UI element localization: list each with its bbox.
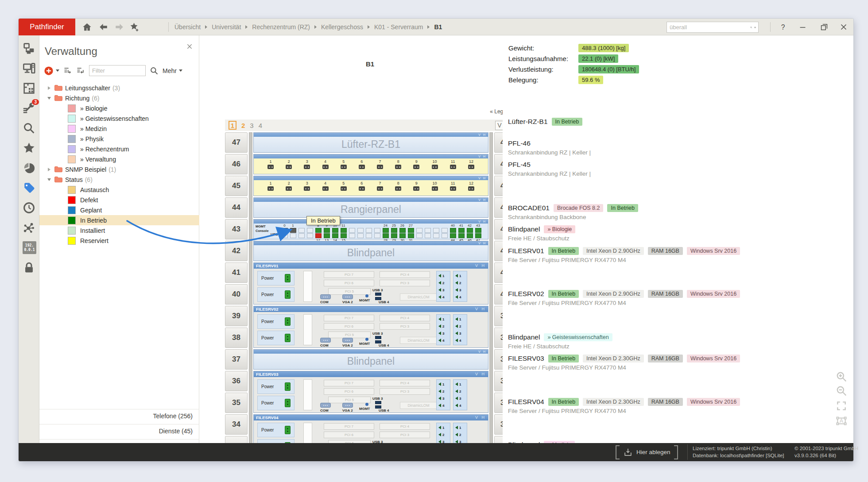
patch-port[interactable]: 4 — [322, 181, 329, 196]
switch-port[interactable] — [332, 233, 338, 238]
detail-item[interactable]: FILESRV01In BetriebIntel Xeon D 2.90GHzR… — [508, 247, 740, 263]
switch-port[interactable] — [315, 228, 322, 233]
help-button[interactable]: ? — [777, 22, 789, 32]
add-button[interactable] — [44, 66, 54, 76]
switch-port[interactable] — [408, 228, 414, 233]
tree-item[interactable]: Status(6) — [39, 174, 199, 185]
nic-port[interactable]: 2 — [455, 389, 465, 393]
patch-port[interactable]: 1 — [267, 159, 274, 174]
patch-port[interactable]: 9 — [413, 181, 420, 196]
patch-port[interactable]: 1 — [267, 181, 274, 196]
nic-port[interactable]: 1 — [438, 426, 448, 430]
switch-port[interactable] — [475, 233, 481, 238]
patch-port[interactable]: 10 — [431, 181, 438, 196]
rack-tab[interactable]: 4 — [259, 122, 262, 129]
patch-port[interactable]: 3 — [303, 159, 310, 174]
rack-tab[interactable]: 2 — [241, 122, 245, 129]
legend-link[interactable]: « Legende — [225, 108, 503, 115]
rail-ip-address-button[interactable]: 192.0.0.1 — [23, 241, 35, 254]
breadcrumb-item[interactable]: B1 — [434, 23, 442, 31]
nic-port[interactable]: 2 — [438, 389, 448, 393]
nic-port[interactable]: 2 — [438, 281, 448, 285]
nic-port[interactable]: 2 — [455, 281, 465, 285]
nic-port[interactable]: 3 — [455, 332, 465, 335]
tree-item[interactable]: » Biologie — [39, 103, 199, 113]
breadcrumb-item[interactable]: Kellergeschoss — [321, 23, 363, 31]
switch-port[interactable] — [458, 233, 465, 238]
home-button[interactable] — [82, 22, 92, 32]
nic-port[interactable]: 4 — [438, 404, 448, 408]
switch-port[interactable] — [341, 228, 347, 233]
switch-port[interactable] — [383, 228, 389, 233]
nic-port[interactable]: 3 — [455, 288, 465, 292]
nic-port[interactable]: 1 — [438, 317, 448, 321]
patch-port[interactable]: 5 — [340, 181, 347, 196]
filter-search-icon[interactable] — [150, 66, 159, 75]
tree-item[interactable]: » Physik — [39, 134, 199, 144]
switch-port[interactable] — [332, 228, 338, 233]
tree-item[interactable]: » Verwaltung — [39, 154, 199, 164]
patch-port[interactable]: 8 — [395, 181, 402, 196]
patch-port[interactable]: 10 — [431, 159, 438, 174]
switch-port[interactable] — [324, 228, 330, 233]
tree-item[interactable]: Geplant — [39, 205, 199, 215]
nic-port[interactable]: 4 — [455, 404, 465, 408]
switch-port[interactable] — [408, 233, 414, 238]
switch-port[interactable] — [383, 233, 389, 238]
more-button[interactable]: Mehr — [163, 67, 182, 74]
rail-search-button[interactable] — [23, 122, 35, 135]
switch-port[interactable] — [467, 233, 473, 238]
switch-port[interactable] — [290, 228, 296, 233]
rail-network-button[interactable] — [23, 221, 35, 234]
rack-panel-blindpanel[interactable]: V HBlindpanel — [253, 349, 488, 370]
detail-item[interactable]: Blindpanel» BiologieFreie HE / Staubschu… — [508, 225, 575, 242]
rack-panel-filesrv04[interactable]: FILESRV04V HPowerPowerPCI 7PCI 6PCI 5PCI… — [253, 414, 488, 443]
nic-port[interactable]: 4 — [438, 295, 448, 299]
detail-item[interactable]: PFL-45Schrankanbindung RZ | Keller | — [508, 161, 591, 177]
tree-item[interactable]: Installiert — [39, 225, 199, 235]
rack-panel-filesrv03[interactable]: FILESRV03V HPowerPowerPCI 7PCI 6PCI 5PCI… — [253, 371, 488, 413]
rack-panel-pfl[interactable]: V H123456789101112 — [253, 154, 488, 174]
back-button[interactable] — [98, 22, 108, 32]
fit-view-button[interactable] — [836, 400, 847, 412]
rail-clock-button[interactable] — [23, 201, 35, 214]
minimize-button[interactable] — [797, 22, 809, 32]
breadcrumb-item[interactable]: Rechenzentrum (RZ) — [252, 23, 310, 31]
nic-port[interactable]: 3 — [438, 397, 448, 401]
add-dropdown-caret[interactable] — [56, 69, 59, 72]
switch-port[interactable] — [450, 233, 456, 238]
breadcrumb-item[interactable]: Universität — [212, 23, 241, 31]
expand-levels-icon[interactable] — [63, 66, 72, 75]
detail-item[interactable]: BROCADE01Brocade FOS 8.2In BetriebSchran… — [508, 204, 638, 220]
patch-port[interactable]: 5 — [340, 159, 347, 174]
rack-panel-blindpanel[interactable]: V HBlindpanel — [253, 241, 488, 261]
search-icon[interactable] — [750, 23, 752, 31]
switch-port[interactable] — [391, 233, 397, 238]
drop-zone[interactable]: Hier ablegen — [616, 445, 678, 459]
search-input[interactable] — [667, 24, 750, 31]
app-logo[interactable]: Pathfinder — [19, 19, 75, 35]
rail-star-button[interactable] — [23, 142, 35, 154]
nic-port[interactable]: 3 — [438, 332, 448, 335]
patch-port[interactable]: 8 — [395, 159, 402, 174]
nic-port[interactable]: 1 — [455, 426, 465, 430]
collapse-levels-icon[interactable] — [76, 66, 85, 75]
patch-port[interactable]: 6 — [358, 159, 365, 174]
maximize-button[interactable] — [818, 22, 830, 32]
select-text-button[interactable]: A — [836, 415, 847, 427]
patch-port[interactable]: 9 — [413, 159, 420, 174]
switch-port[interactable] — [467, 228, 473, 233]
tree-item[interactable]: » Geisteswissenschaften — [39, 113, 199, 123]
breadcrumb-item[interactable]: Übersicht — [174, 23, 201, 31]
rail-pie-chart-button[interactable] — [23, 162, 35, 174]
nic-port[interactable]: 2 — [455, 324, 465, 328]
detail-item[interactable]: PFL-46Schrankanbindung RZ | Keller | — [508, 139, 591, 156]
nic-port[interactable]: 1 — [455, 274, 465, 278]
switch-port[interactable] — [341, 233, 347, 238]
patch-port[interactable]: 12 — [468, 159, 475, 174]
switch-port[interactable] — [324, 233, 330, 238]
nic-port[interactable]: 4 — [438, 339, 448, 343]
orientation-button[interactable]: V — [495, 121, 503, 130]
nic-port[interactable]: 3 — [455, 397, 465, 401]
close-button[interactable] — [838, 22, 849, 32]
